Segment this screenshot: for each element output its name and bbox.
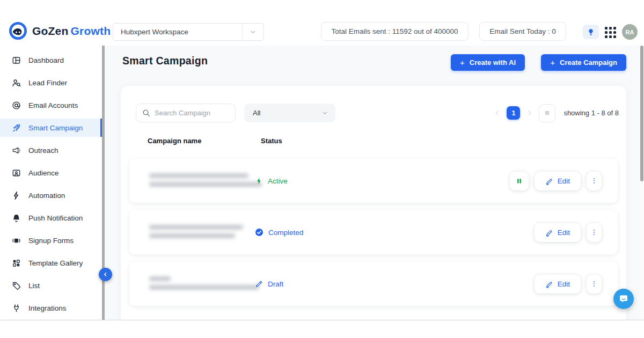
plug-icon <box>12 304 21 313</box>
row-actions: Edit <box>535 210 602 254</box>
workspace-name: Hubxpert Workspace <box>113 28 242 36</box>
total-emails-pill: Total Emails sent : 11592 out of 400000 <box>321 22 469 41</box>
chevron-left-icon <box>103 271 108 277</box>
bell-icon <box>12 214 21 223</box>
sidebar-item-dashboard[interactable]: Dashboard <box>0 51 103 69</box>
signup-forms-icon <box>12 236 21 245</box>
sidebar-item-label: Outreach <box>28 146 58 155</box>
create-with-ai-button[interactable]: + Create with AI <box>451 54 525 71</box>
sidebar-item-label: Automation <box>28 192 65 200</box>
tips-button[interactable] <box>583 25 599 39</box>
sidebar-item-lead-finder[interactable]: Lead Finder <box>0 74 103 92</box>
apps-grid-icon[interactable] <box>605 27 616 38</box>
workspace-selector[interactable]: Hubxpert Workspace <box>113 23 264 41</box>
brand-name: GoZenGrowth <box>32 25 111 38</box>
plus-icon: + <box>460 58 465 67</box>
campaign-search <box>136 104 236 122</box>
sidebar-item-integrations[interactable]: Integrations <box>0 299 103 317</box>
status-badge: Completed <box>255 210 303 254</box>
kebab-icon <box>590 280 598 288</box>
rocket-icon <box>12 123 21 133</box>
column-header-campaign-name: Campaign name <box>148 137 201 145</box>
pause-button[interactable] <box>510 172 529 190</box>
draft-status-icon <box>255 280 263 288</box>
sidebar-item-label: Email Accounts <box>28 101 78 109</box>
sidebar-item-list[interactable]: List <box>0 276 103 295</box>
edit-pencil-icon <box>545 177 553 185</box>
chat-bubble-icon <box>618 293 630 305</box>
sidebar-item-label: Push Notification <box>28 214 83 222</box>
sidebar-item-outreach[interactable]: Outreach <box>0 141 103 159</box>
sidebar-item-audience[interactable]: Audience <box>0 164 103 182</box>
gozen-logo-icon <box>9 21 27 40</box>
status-label: Active <box>268 177 288 185</box>
edit-label: Edit <box>558 280 570 288</box>
campaign-list-card: All 1 showing 1 - 8 of 8 Campaign name S… <box>121 86 626 320</box>
edit-pencil-icon <box>545 280 553 288</box>
lightning-icon <box>12 191 21 200</box>
row-actions: Edit <box>535 262 602 306</box>
list-view-button[interactable] <box>539 104 555 122</box>
sidebar-item-signup-forms[interactable]: Signup Forms <box>0 231 103 249</box>
brand-logo[interactable]: GoZenGrowth <box>9 21 111 40</box>
email-accounts-icon <box>12 101 21 110</box>
pagination-summary: showing 1 - 8 of 8 <box>564 109 619 117</box>
emails-today-pill: Email Sent Today : 0 <box>479 22 566 41</box>
edit-label: Edit <box>558 177 570 185</box>
tag-icon <box>12 281 21 290</box>
kebab-menu-button[interactable] <box>587 172 602 190</box>
sidebar-item-push-notification[interactable]: Push Notification <box>0 209 103 227</box>
edit-button[interactable]: Edit <box>535 223 581 242</box>
topbar: GoZenGrowth Hubxpert Workspace Total Ema… <box>0 0 644 46</box>
sidebar-item-label: Signup Forms <box>28 237 74 245</box>
table-row: ActiveEdit <box>129 159 618 203</box>
completed-status-icon <box>255 228 264 237</box>
edit-button[interactable]: Edit <box>535 275 581 293</box>
app-window: GoZenGrowth Hubxpert Workspace Total Ema… <box>0 0 644 320</box>
sidebar-item-smart-campaign[interactable]: Smart Campaign <box>0 119 103 137</box>
lightbulb-icon <box>587 28 595 36</box>
plus-icon: + <box>550 58 555 67</box>
table-row: CompletedEdit <box>129 210 618 254</box>
edit-button[interactable]: Edit <box>535 172 581 190</box>
sidebar-item-automation[interactable]: Automation <box>0 186 103 204</box>
avatar[interactable]: RA <box>622 24 638 40</box>
sidebar-item-label: List <box>28 282 40 290</box>
kebab-menu-button[interactable] <box>587 275 602 293</box>
search-icon <box>142 109 150 117</box>
template-gallery-icon <box>12 259 21 268</box>
status-badge: Active <box>255 159 288 203</box>
kebab-menu-button[interactable] <box>587 223 602 242</box>
active-status-icon <box>255 177 263 185</box>
sidebar-item-label: Smart Campaign <box>28 124 83 132</box>
list-view-icon <box>544 110 551 116</box>
edit-pencil-icon <box>545 229 553 237</box>
sidebar-item-label: Audience <box>28 169 58 177</box>
sidebar-item-email-accounts[interactable]: Email Accounts <box>0 96 103 114</box>
row-actions: Edit <box>510 159 602 203</box>
table-row: DraftEdit <box>129 262 618 306</box>
sidebar-item-template-gallery[interactable]: Template Gallery <box>0 254 103 272</box>
main-content: Smart Campaign + Create with AI + Create… <box>105 46 644 320</box>
sidebar-item-label: Lead Finder <box>28 79 67 87</box>
campaign-name-redacted <box>149 276 259 293</box>
megaphone-icon <box>12 146 21 155</box>
sidebar-collapse-button[interactable] <box>99 268 112 281</box>
dashboard-icon <box>12 56 21 65</box>
search-input[interactable] <box>155 109 229 117</box>
page-number-button[interactable]: 1 <box>507 106 520 120</box>
next-page-icon[interactable] <box>526 109 533 116</box>
create-campaign-button[interactable]: + Create Campaign <box>541 54 626 71</box>
chevron-down-icon <box>250 28 257 35</box>
prev-page-icon[interactable] <box>494 109 501 116</box>
sidebar-item-label: Template Gallery <box>28 259 83 267</box>
chat-widget-button[interactable] <box>613 289 634 309</box>
status-filter-dropdown[interactable]: All <box>244 104 335 122</box>
workspace-dropdown-toggle[interactable] <box>242 24 264 40</box>
pagination: 1 showing 1 - 8 of 8 <box>494 104 619 122</box>
sidebar-item-label: Dashboard <box>28 56 64 64</box>
main-scrollbar-thumb[interactable] <box>640 46 643 181</box>
status-badge: Draft <box>255 262 283 306</box>
campaign-rows: ActiveEditCompletedEditDraftEdit <box>129 159 618 313</box>
edit-label: Edit <box>558 229 570 237</box>
